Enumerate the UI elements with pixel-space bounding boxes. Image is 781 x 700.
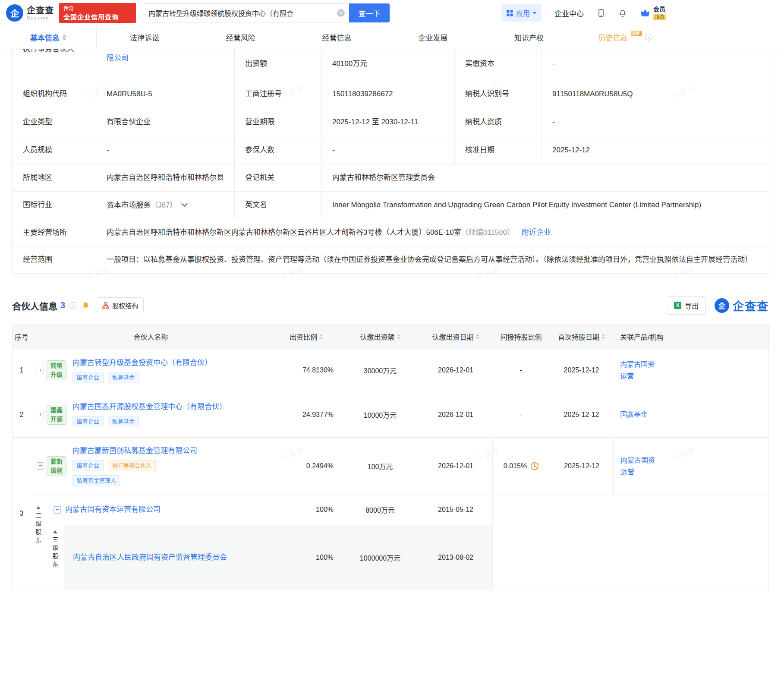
info-label: 执行事务合伙人 [13, 48, 96, 80]
info-value: Inner Mongolia Transformation and Upgrad… [322, 191, 769, 219]
row-seq: 2 [13, 411, 31, 419]
qcc-logo-icon: 企 [715, 298, 729, 313]
date-value: 2026-12-01 [419, 366, 492, 374]
collapse-button[interactable]: − [37, 462, 44, 470]
mobile-app-icon[interactable] [597, 9, 605, 17]
partners-table: 序号 合伙人名称 出资比例 认缴出资额 认缴出资日期 间接持股比例 首次持股日期… [12, 325, 769, 590]
tag-private-fund[interactable]: 私募基金 [108, 372, 139, 383]
shareholder-name-link[interactable]: 内蒙古国有资本运营有限公司 [65, 505, 161, 515]
tab-basic-info[interactable]: 基本信息 8 [0, 26, 97, 48]
tag-executive-partner[interactable]: 执行事务合伙人 [108, 460, 156, 471]
excel-icon: X [674, 302, 681, 309]
slogan-line1: 传奇 [63, 5, 132, 13]
first-date-value: 2025-12-12 [550, 411, 613, 419]
tab-operation-risk[interactable]: 经营风险 [192, 26, 289, 48]
postal-code: （邮编011500） [461, 228, 514, 236]
tab-history-info[interactable]: 历史信息 VIP i [577, 26, 673, 48]
tag-state-owned-enterprise[interactable]: 国有企业 [72, 372, 104, 383]
expand-button[interactable]: + [37, 367, 44, 374]
amount-value: 100万元 [341, 461, 419, 471]
search-box: × [143, 3, 349, 22]
member-label: 会员 [653, 6, 666, 13]
apps-menu[interactable]: 应用 [501, 4, 542, 22]
crown-icon [640, 9, 650, 17]
info-value: 内蒙古自治区呼和浩特市和林格尔新区内蒙古和林格尔新区云谷片区人才创新谷3号楼（人… [96, 219, 769, 246]
level2-shareholder-column: 二级股东 [31, 495, 46, 590]
sort-icon [319, 334, 323, 339]
partner-name-link[interactable]: 内蒙古转型升级基金投资中心（有限合伙） [72, 359, 212, 367]
tab-intellectual-property[interactable]: 知识产权 [481, 26, 577, 48]
address-text: 内蒙古自治区呼和浩特市和林格尔新区内蒙古和林格尔新区云谷片区人才创新谷3号楼（人… [107, 228, 461, 236]
ratio-value: 100% [271, 506, 341, 514]
col-header-indirect: 间接持股比例 [492, 331, 550, 342]
related-product-link[interactable]: 国鑫基金 [620, 409, 659, 420]
collapse-up-icon[interactable] [53, 530, 57, 533]
col-header-related: 关联产品/机构 [613, 331, 668, 342]
info-value: - [542, 48, 769, 80]
collapse-button[interactable]: − [54, 506, 61, 514]
tab-bar: 基本信息 8 法律诉讼 经营风险 经营信息 企业发展 知识产权 历史信息 VIP… [0, 26, 781, 48]
info-icon[interactable]: i [69, 302, 76, 309]
info-icon[interactable]: i [645, 34, 652, 41]
related-cell: 内蒙古国资运营 [613, 438, 668, 495]
export-button[interactable]: X 导出 [667, 296, 706, 315]
info-label: 登记机关 [235, 164, 322, 191]
info-value: MA0RU58U-5 [96, 80, 235, 108]
company-logo-badge: 国鑫开源 [47, 405, 66, 425]
shareholder-sub-area: 二级股东 − 内蒙古国有资本运营有限公司 100% 8000万元 2015-05… [31, 495, 768, 590]
expand-button[interactable]: + [37, 411, 44, 418]
tag-state-owned-enterprise[interactable]: 国有企业 [72, 460, 104, 471]
search-input[interactable] [148, 9, 334, 17]
collapse-up-icon[interactable] [36, 506, 41, 509]
membership-renew[interactable]: 会员 续费 [640, 6, 666, 20]
subscribe-bell-icon[interactable] [82, 301, 90, 309]
info-label: 组织机构代码 [13, 80, 96, 108]
qcc-logo[interactable]: 企 企查查 Qcc.com [6, 4, 54, 22]
info-label: 纳税人资质 [455, 108, 542, 136]
indirect-value: - [492, 411, 550, 419]
info-label: 参保人数 [235, 136, 322, 164]
tab-legal-litigation[interactable]: 法律诉讼 [97, 26, 193, 48]
info-label: 营业期限 [235, 108, 322, 136]
col-header-first-date[interactable]: 首次持股日期 [550, 331, 613, 342]
row-seq: 1 [13, 366, 31, 374]
partner-name-link[interactable]: 内蒙古国鑫开源股权基金管理中心（有限合伙） [72, 403, 227, 411]
tag-private-fund-manager[interactable]: 私募基金管理人 [72, 475, 120, 486]
equity-penetration-icon[interactable] [530, 462, 539, 470]
col-header-ratio[interactable]: 出资比例 [271, 331, 341, 342]
info-value: - [322, 136, 455, 164]
related-product-link[interactable]: 内蒙古国资运营 [620, 454, 659, 478]
date-value: 2015-05-12 [419, 506, 492, 514]
executive-partner-link[interactable]: 限公司 [107, 52, 129, 65]
col-header-name: 合伙人名称 [31, 331, 271, 342]
enterprise-center-link[interactable]: 企业中心 [554, 8, 584, 19]
info-label: 实缴资本 [455, 48, 542, 80]
level2-shareholder-label: 二级股东 [34, 512, 43, 545]
col-header-date[interactable]: 认缴出资日期 [419, 331, 492, 342]
nearby-companies-link[interactable]: 附近企业 [522, 228, 551, 236]
qcc-logo-icon: 企 [6, 4, 23, 22]
related-product-link[interactable]: 内蒙古国资运营 [620, 359, 659, 382]
notifications-bell-icon[interactable] [618, 9, 627, 17]
date-value: 2026-12-01 [419, 411, 492, 419]
partners-section-header: 合伙人信息 3 i 股权结构 X 导出 企 企查查 [12, 296, 769, 315]
apps-grid-icon [507, 10, 513, 16]
chevron-down-icon[interactable] [181, 199, 188, 211]
tab-operation-info[interactable]: 经营信息 [289, 26, 385, 48]
equity-structure-button[interactable]: 股权结构 [97, 297, 144, 313]
basic-info-table: 执行事务合伙人 限公司 出资额 40100万元 实缴资本 - 组织机构代码 MA… [12, 48, 769, 274]
clear-search-icon[interactable]: × [337, 9, 345, 17]
info-value: 限公司 [96, 48, 235, 80]
shareholder-name-link[interactable]: 内蒙古自治区人民政府国有资产监督管理委员会 [73, 553, 227, 561]
section-title: 合伙人信息 [12, 299, 57, 312]
partner-row-group: 3 − 蒙新国创 内蒙古蒙新国创私募基金管理有限公司 国有企业 执行事务合伙人 [13, 438, 768, 590]
date-value: 2013-08-02 [419, 554, 492, 561]
col-header-amount[interactable]: 认缴出资额 [341, 331, 419, 342]
caret-down-icon [533, 12, 536, 14]
tag-private-fund[interactable]: 私募基金 [108, 416, 139, 427]
amount-value: 1000000万元 [341, 552, 419, 563]
tag-state-owned-enterprise[interactable]: 国有企业 [72, 416, 104, 427]
partner-name-link[interactable]: 内蒙古蒙新国创私募基金管理有限公司 [72, 447, 197, 455]
search-button[interactable]: 查一下 [349, 3, 390, 22]
tab-enterprise-development[interactable]: 企业发展 [385, 26, 481, 48]
